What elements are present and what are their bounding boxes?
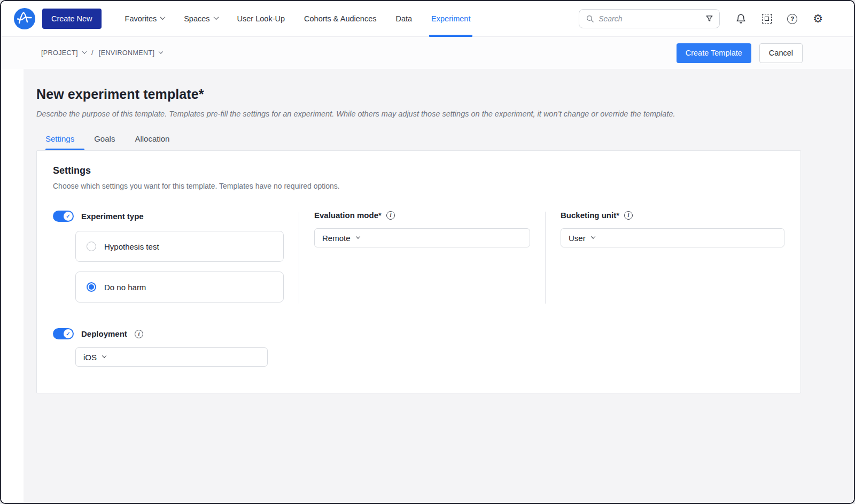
chevron-down-icon <box>159 49 163 53</box>
settings-panel: Settings Choose which settings you want … <box>36 150 801 393</box>
primary-nav: Favorites Spaces User Look-Up Cohorts & … <box>115 1 480 36</box>
active-nav-underline <box>429 35 472 37</box>
nav-icon-group: ? ⚙ <box>735 13 823 25</box>
notifications-button[interactable] <box>735 13 747 25</box>
option-label: Hypothesis test <box>104 242 159 251</box>
radio-selected-icon[interactable] <box>87 282 96 292</box>
tab-settings[interactable]: Settings <box>45 134 74 150</box>
help-button[interactable]: ? <box>787 14 797 24</box>
nav-item-label: Data <box>395 14 412 23</box>
radio-dot <box>89 284 94 290</box>
create-template-button[interactable]: Create Template <box>677 43 751 63</box>
evaluation-mode-select[interactable]: Remote <box>314 228 530 247</box>
nav-item-experiment[interactable]: Experiment <box>422 1 480 36</box>
page-title: New experiment template* <box>36 87 801 102</box>
experiment-type-options: Hypothesis test Do no harm <box>75 231 299 303</box>
bucketing-unit-select[interactable]: User <box>561 228 784 247</box>
bucketing-unit-label: Bucketing unit* <box>561 211 619 220</box>
active-tab-underline <box>45 149 84 150</box>
page-toolbar: [PROJECT] / [ENVIRONMENT] Create Templat… <box>1 37 854 69</box>
search-filter-button[interactable] <box>705 14 714 24</box>
nav-item-label: Favorites <box>125 14 157 23</box>
search-icon <box>586 14 594 23</box>
search-input[interactable] <box>598 14 701 23</box>
select-value: User <box>569 234 586 243</box>
tab-goals[interactable]: Goals <box>94 134 115 150</box>
nav-item-cohorts-audiences[interactable]: Cohorts & Audiences <box>294 1 386 36</box>
evaluation-mode-label-row: Evaluation mode* i <box>314 211 530 220</box>
frame-select-button[interactable] <box>762 14 772 24</box>
toggle-check-icon: ✓ <box>64 212 73 221</box>
bell-icon <box>735 13 747 25</box>
deployment-label: Deployment <box>81 329 127 338</box>
info-icon[interactable]: i <box>624 211 633 220</box>
dashed-frame-icon <box>762 14 772 24</box>
main-content: New experiment template* Describe the pu… <box>24 69 854 503</box>
amplitude-logo-svg <box>14 8 35 29</box>
breadcrumb-project-dropdown[interactable]: [PROJECT] <box>41 49 86 57</box>
nav-item-favorites[interactable]: Favorites <box>115 1 175 36</box>
nav-item-label: Cohorts & Audiences <box>304 14 376 23</box>
tab-label: Allocation <box>135 134 169 143</box>
deployment-toggle[interactable]: ✓ <box>53 328 74 339</box>
breadcrumb-environment-label: [ENVIRONMENT] <box>99 49 155 57</box>
breadcrumb-environment-dropdown[interactable]: [ENVIRONMENT] <box>99 49 163 57</box>
create-new-button[interactable]: Create New <box>42 9 102 29</box>
tab-label: Goals <box>94 134 115 143</box>
tab-label: Settings <box>45 134 74 143</box>
global-search[interactable] <box>579 9 720 28</box>
option-do-no-harm[interactable]: Do no harm <box>75 272 284 303</box>
amplitude-logo-icon[interactable] <box>14 8 35 29</box>
panel-heading: Settings <box>53 165 784 176</box>
evaluation-mode-section: Evaluation mode* i Remote <box>299 211 545 304</box>
deployment-section: ✓ Deployment i iOS <box>53 328 784 367</box>
nav-item-label: Experiment <box>431 14 470 23</box>
nav-item-data[interactable]: Data <box>386 1 422 36</box>
content-row: New experiment template* Describe the pu… <box>1 69 854 503</box>
settings-columns: ✓ Experiment type Hypothesis test <box>53 211 784 304</box>
radio-unselected-icon[interactable] <box>87 242 96 251</box>
inner-square <box>765 17 769 21</box>
nav-item-user-look-up[interactable]: User Look-Up <box>228 1 294 36</box>
experiment-type-section: ✓ Experiment type Hypothesis test <box>53 211 299 304</box>
nav-item-label: User Look-Up <box>237 14 285 23</box>
gear-icon: ⚙ <box>813 13 823 25</box>
evaluation-mode-label: Evaluation mode* <box>314 211 382 220</box>
option-hypothesis-test[interactable]: Hypothesis test <box>75 231 284 262</box>
chevron-down-icon <box>213 14 219 20</box>
help-icon: ? <box>787 14 797 24</box>
breadcrumb-separator: / <box>91 49 94 57</box>
left-gutter <box>1 69 24 503</box>
experiment-type-toggle[interactable]: ✓ <box>53 211 74 222</box>
page-description: Describe the purpose of this template. T… <box>36 110 801 118</box>
bucketing-unit-section: Bucketing unit* i User <box>546 211 784 304</box>
nav-item-spaces[interactable]: Spaces <box>174 1 227 36</box>
chevron-down-icon <box>102 353 106 358</box>
info-icon[interactable]: i <box>135 330 143 338</box>
filter-funnel-icon <box>705 14 714 24</box>
bucketing-unit-label-row: Bucketing unit* i <box>561 211 784 220</box>
chevron-down-icon <box>160 14 166 20</box>
help-glyph: ? <box>790 15 794 22</box>
top-nav: Create New Favorites Spaces User Look-Up… <box>1 1 854 37</box>
tab-allocation[interactable]: Allocation <box>135 134 169 150</box>
select-value: iOS <box>83 353 97 362</box>
select-value: Remote <box>322 234 351 243</box>
cancel-button[interactable]: Cancel <box>759 43 803 63</box>
nav-item-label: Spaces <box>184 14 209 23</box>
info-icon[interactable]: i <box>386 211 395 220</box>
toggle-check-icon: ✓ <box>64 329 73 338</box>
chevron-down-icon <box>590 234 595 238</box>
app-window: Create New Favorites Spaces User Look-Up… <box>0 0 855 504</box>
chevron-down-icon <box>82 49 87 53</box>
experiment-type-label: Experiment type <box>81 212 144 221</box>
chevron-down-icon <box>355 234 360 238</box>
option-label: Do no harm <box>104 283 146 292</box>
experiment-type-toggle-row: ✓ Experiment type <box>53 211 299 222</box>
panel-subheading: Choose which settings you want for this … <box>53 182 784 190</box>
deployment-select[interactable]: iOS <box>75 347 268 367</box>
breadcrumb: [PROJECT] / [ENVIRONMENT] <box>41 49 162 57</box>
settings-button[interactable]: ⚙ <box>813 13 823 25</box>
breadcrumb-project-label: [PROJECT] <box>41 49 78 57</box>
deployment-toggle-row: ✓ Deployment i <box>53 328 784 339</box>
